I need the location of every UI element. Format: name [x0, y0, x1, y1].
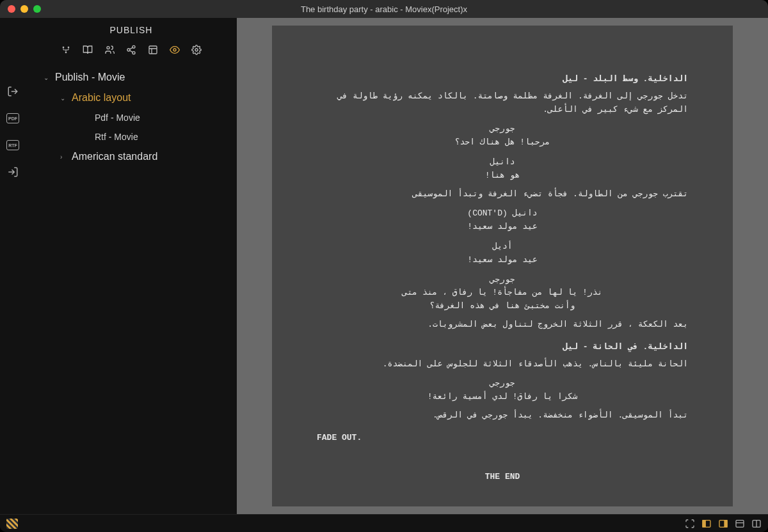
- scene-heading: الداخلية. وسط البلد - ليل: [317, 73, 688, 86]
- tree-american-standard[interactable]: › American standard: [26, 146, 237, 167]
- rtf-icon[interactable]: RTF: [6, 139, 19, 152]
- the-end: THE END: [317, 471, 688, 484]
- svg-point-8: [173, 49, 176, 51]
- chevron-down-icon: ⌄: [44, 74, 52, 81]
- chevron-right-icon: ›: [60, 153, 69, 160]
- svg-point-0: [63, 47, 65, 49]
- tree-label: Pdf - Movie: [95, 113, 140, 123]
- character-name: جورجي: [317, 123, 688, 136]
- layout-icon[interactable]: [147, 44, 159, 56]
- tree-pdf-movie[interactable]: Pdf - Movie: [26, 108, 237, 127]
- svg-point-1: [68, 47, 70, 49]
- svg-rect-7: [149, 46, 157, 54]
- action-text: تقترب جورجي من الطاولة. فجأة تضيء الغرفة…: [317, 188, 688, 201]
- tree-label: Arabic layout: [72, 92, 131, 104]
- clapper-icon[interactable]: [6, 519, 18, 529]
- titlebar: The birthday party - arabic - Moviex(Pro…: [0, 0, 768, 18]
- character-name: دانيل: [317, 156, 688, 169]
- svg-point-2: [65, 52, 67, 54]
- close-button[interactable]: [8, 5, 15, 13]
- publish-tree: ⌄ Publish - Movie ⌄ Arabic layout Pdf - …: [26, 65, 237, 169]
- dialogue-text: نذر! يا لها من مفاجأة! يا رفاق ، منذ متى…: [391, 286, 614, 313]
- sidebar-header: PUBLISH: [26, 18, 237, 40]
- page-background: الداخلية. وسط البلد - ليل تدخل جورجي إلى…: [237, 18, 768, 514]
- action-text: الحانة مليئة بالناس. يذهب الأصدقاء الثلا…: [317, 358, 688, 372]
- transition-text: FADE OUT.: [317, 432, 688, 445]
- action-text: تبدأ الموسيقى. الأضواء منخفضة. يبدأ جورج…: [317, 409, 688, 423]
- book-icon[interactable]: [82, 44, 93, 56]
- tree-label: American standard: [72, 151, 157, 162]
- icon-rail: PDF RTF: [0, 18, 26, 514]
- dialogue-text: مرحبا! هل هناك احد؟: [391, 136, 614, 150]
- svg-point-5: [127, 49, 130, 51]
- action-text: بعد الكعكة ، قرر الثلاثة الخروج لتناول ب…: [317, 318, 688, 332]
- svg-point-9: [195, 49, 198, 51]
- pdf-icon[interactable]: PDF: [6, 112, 19, 125]
- script-page[interactable]: الداخلية. وسط البلد - ليل تدخل جورجي إلى…: [272, 26, 733, 506]
- bottom-bar: [0, 514, 768, 532]
- svg-rect-14: [736, 520, 744, 527]
- sidebar-toolbar: [26, 40, 237, 65]
- window-title: The birthday party - arabic - Moviex(Pro…: [301, 4, 467, 14]
- panel-left-icon[interactable]: [701, 519, 712, 528]
- panel-layout-icon[interactable]: [735, 519, 745, 528]
- character-name: دانيل (CONT'D): [317, 207, 688, 221]
- maximize-button[interactable]: [33, 5, 41, 13]
- import-icon[interactable]: [6, 166, 19, 178]
- panel-split-icon[interactable]: [751, 519, 762, 528]
- svg-rect-13: [724, 520, 727, 527]
- character-name: أديل: [317, 240, 688, 254]
- scene-heading: الداخلية. في الحانة - ليل: [317, 341, 688, 354]
- tree-label: Rtf - Movie: [95, 132, 138, 142]
- tree-arabic-layout[interactable]: ⌄ Arabic layout: [26, 88, 237, 108]
- action-text: تدخل جورجي إلى الغرفة. الغرفة مظلمة وصام…: [317, 90, 688, 117]
- dialogue-text: هو هنا!: [391, 169, 614, 183]
- character-name: جورجي: [317, 377, 688, 391]
- sidebar: PUBLISH: [26, 18, 237, 514]
- dialogue-text: عيد مولد سعيد!: [391, 254, 614, 267]
- svg-point-6: [132, 52, 135, 54]
- gear-icon[interactable]: [191, 44, 202, 56]
- character-name: جورجي: [317, 274, 688, 287]
- tree-rtf-movie[interactable]: Rtf - Movie: [26, 127, 237, 146]
- chevron-down-icon: ⌄: [60, 95, 69, 102]
- dialogue-text: عيد مولد سعيد!: [391, 221, 614, 234]
- eye-icon[interactable]: [169, 44, 180, 56]
- tree-publish-movie[interactable]: ⌄ Publish - Movie: [26, 67, 237, 88]
- hierarchy-icon[interactable]: [60, 44, 72, 56]
- svg-point-4: [132, 45, 135, 48]
- export-icon[interactable]: [6, 85, 19, 98]
- dialogue-text: شكرا يا رفاق! لدي أمسية رائعة!: [391, 391, 614, 404]
- panel-right-icon[interactable]: [718, 519, 728, 528]
- minimize-button[interactable]: [20, 5, 28, 13]
- tree-label: Publish - Movie: [55, 72, 125, 83]
- content-area: الداخلية. وسط البلد - ليل تدخل جورجي إلى…: [237, 18, 768, 514]
- svg-rect-11: [703, 520, 705, 527]
- users-icon[interactable]: [104, 44, 115, 56]
- svg-point-3: [107, 47, 109, 49]
- fullscreen-icon[interactable]: [685, 519, 695, 528]
- share-icon[interactable]: [125, 44, 137, 56]
